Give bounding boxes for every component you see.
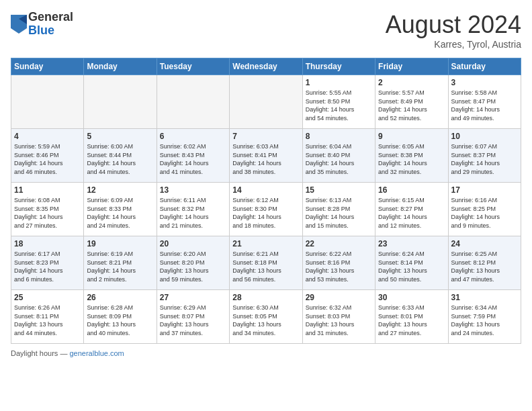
day-info: Sunrise: 6:09 AMSunset: 8:33 PMDaylight:… — [87, 196, 153, 230]
day-info: Sunrise: 6:17 AMSunset: 8:23 PMDaylight:… — [14, 250, 81, 283]
day-number: 27 — [160, 293, 226, 302]
calendar-day: 30Sunrise: 6:33 AMSunset: 8:01 PMDayligh… — [375, 290, 448, 344]
day-number: 6 — [160, 132, 226, 141]
calendar-day: 1Sunrise: 5:55 AMSunset: 8:50 PMDaylight… — [302, 75, 375, 129]
day-number: 18 — [14, 239, 81, 248]
day-info: Sunrise: 6:19 AMSunset: 8:21 PMDaylight:… — [87, 250, 153, 283]
day-number: 14 — [232, 185, 299, 195]
day-number: 1 — [306, 78, 372, 87]
calendar-day: 28Sunrise: 6:30 AMSunset: 8:05 PMDayligh… — [230, 290, 302, 344]
calendar-day: 23Sunrise: 6:24 AMSunset: 8:14 PMDayligh… — [375, 236, 448, 290]
day-number: 23 — [378, 239, 445, 248]
day-number: 9 — [378, 132, 445, 141]
day-number: 22 — [306, 239, 372, 248]
footer-link[interactable]: generalblue.com — [69, 349, 124, 357]
day-info: Sunrise: 5:57 AMSunset: 8:49 PMDaylight:… — [378, 89, 445, 122]
day-header-monday: Monday — [84, 58, 157, 75]
calendar-day — [157, 75, 229, 129]
day-number: 21 — [232, 239, 299, 248]
day-info: Sunrise: 6:32 AMSunset: 8:03 PMDaylight:… — [306, 304, 372, 337]
logo-general-text: General — [28, 10, 73, 24]
week-row-3: 11Sunrise: 6:08 AMSunset: 8:35 PMDayligh… — [11, 183, 521, 236]
calendar-day: 11Sunrise: 6:08 AMSunset: 8:35 PMDayligh… — [11, 183, 84, 236]
day-info: Sunrise: 6:15 AMSunset: 8:27 PMDaylight:… — [378, 196, 445, 230]
day-number: 17 — [451, 185, 518, 195]
day-info: Sunrise: 6:05 AMSunset: 8:38 PMDaylight:… — [378, 142, 445, 176]
day-number: 4 — [14, 132, 81, 141]
day-info: Sunrise: 6:30 AMSunset: 8:05 PMDaylight:… — [232, 304, 299, 337]
calendar-day: 12Sunrise: 6:09 AMSunset: 8:33 PMDayligh… — [84, 183, 157, 236]
day-info: Sunrise: 6:29 AMSunset: 8:07 PMDaylight:… — [160, 304, 226, 337]
week-row-1: 1Sunrise: 5:55 AMSunset: 8:50 PMDaylight… — [11, 75, 521, 129]
day-number: 11 — [14, 185, 81, 195]
calendar-day: 7Sunrise: 6:03 AMSunset: 8:41 PMDaylight… — [230, 129, 302, 183]
day-info: Sunrise: 6:24 AMSunset: 8:14 PMDaylight:… — [378, 250, 445, 283]
calendar-day: 2Sunrise: 5:57 AMSunset: 8:49 PMDaylight… — [375, 75, 448, 129]
calendar-day: 31Sunrise: 6:34 AMSunset: 7:59 PMDayligh… — [448, 290, 521, 344]
logo-blue-text: Blue — [28, 24, 54, 37]
day-number: 5 — [87, 132, 153, 141]
day-header-tuesday: Tuesday — [157, 58, 229, 75]
day-number: 13 — [160, 185, 226, 195]
calendar-day: 21Sunrise: 6:21 AMSunset: 8:18 PMDayligh… — [230, 236, 302, 290]
calendar-day: 6Sunrise: 6:02 AMSunset: 8:43 PMDaylight… — [157, 129, 229, 183]
header: General Blue August 2024 Karres, Tyrol, … — [11, 11, 521, 50]
day-header-sunday: Sunday — [11, 58, 84, 75]
day-info: Sunrise: 6:02 AMSunset: 8:43 PMDaylight:… — [160, 142, 226, 176]
day-info: Sunrise: 6:21 AMSunset: 8:18 PMDaylight:… — [232, 250, 299, 283]
calendar-day: 17Sunrise: 6:16 AMSunset: 8:25 PMDayligh… — [448, 183, 521, 236]
calendar-day: 18Sunrise: 6:17 AMSunset: 8:23 PMDayligh… — [11, 236, 84, 290]
day-info: Sunrise: 6:12 AMSunset: 8:30 PMDaylight:… — [232, 196, 299, 230]
day-header-friday: Friday — [375, 58, 448, 75]
calendar-table: SundayMondayTuesdayWednesdayThursdayFrid… — [11, 58, 521, 344]
calendar-day: 25Sunrise: 6:26 AMSunset: 8:11 PMDayligh… — [11, 290, 84, 344]
day-info: Sunrise: 6:22 AMSunset: 8:16 PMDaylight:… — [306, 250, 372, 283]
day-number: 8 — [306, 132, 372, 141]
day-number: 25 — [14, 293, 81, 302]
day-info: Sunrise: 6:20 AMSunset: 8:20 PMDaylight:… — [160, 250, 226, 283]
calendar-day: 10Sunrise: 6:07 AMSunset: 8:37 PMDayligh… — [448, 129, 521, 183]
calendar-day — [84, 75, 157, 129]
footer-note: Daylight hours — generalblue.com — [11, 349, 521, 357]
day-number: 10 — [451, 132, 518, 141]
week-row-5: 25Sunrise: 6:26 AMSunset: 8:11 PMDayligh… — [11, 290, 521, 344]
day-number: 19 — [87, 239, 153, 248]
day-header-thursday: Thursday — [302, 58, 375, 75]
day-number: 20 — [160, 239, 226, 248]
footer-text: Daylight hours — [11, 349, 58, 357]
day-header-wednesday: Wednesday — [230, 58, 302, 75]
day-info: Sunrise: 6:13 AMSunset: 8:28 PMDaylight:… — [306, 196, 372, 230]
calendar-day: 5Sunrise: 6:00 AMSunset: 8:44 PMDaylight… — [84, 129, 157, 183]
calendar-day: 9Sunrise: 6:05 AMSunset: 8:38 PMDaylight… — [375, 129, 448, 183]
calendar-day: 22Sunrise: 6:22 AMSunset: 8:16 PMDayligh… — [302, 236, 375, 290]
day-info: Sunrise: 6:25 AMSunset: 8:12 PMDaylight:… — [451, 250, 518, 283]
day-header-saturday: Saturday — [448, 58, 521, 75]
day-info: Sunrise: 6:34 AMSunset: 7:59 PMDaylight:… — [451, 304, 518, 337]
calendar-day: 29Sunrise: 6:32 AMSunset: 8:03 PMDayligh… — [302, 290, 375, 344]
calendar-day: 24Sunrise: 6:25 AMSunset: 8:12 PMDayligh… — [448, 236, 521, 290]
calendar-day: 4Sunrise: 5:59 AMSunset: 8:46 PMDaylight… — [11, 129, 84, 183]
day-number: 31 — [451, 293, 518, 302]
day-number: 12 — [87, 185, 153, 195]
day-info: Sunrise: 6:33 AMSunset: 8:01 PMDaylight:… — [378, 304, 445, 337]
calendar-day — [230, 75, 302, 129]
calendar-day: 19Sunrise: 6:19 AMSunset: 8:21 PMDayligh… — [84, 236, 157, 290]
calendar-day — [11, 75, 84, 129]
day-info: Sunrise: 6:00 AMSunset: 8:44 PMDaylight:… — [87, 142, 153, 176]
week-row-2: 4Sunrise: 5:59 AMSunset: 8:46 PMDaylight… — [11, 129, 521, 183]
day-number: 2 — [378, 78, 445, 87]
day-number: 26 — [87, 293, 153, 302]
day-info: Sunrise: 5:55 AMSunset: 8:50 PMDaylight:… — [306, 89, 372, 122]
day-number: 30 — [378, 293, 445, 302]
day-number: 7 — [232, 132, 299, 141]
day-number: 29 — [306, 293, 372, 302]
calendar-day: 27Sunrise: 6:29 AMSunset: 8:07 PMDayligh… — [157, 290, 229, 344]
calendar-day: 15Sunrise: 6:13 AMSunset: 8:28 PMDayligh… — [302, 183, 375, 236]
calendar-day: 13Sunrise: 6:11 AMSunset: 8:32 PMDayligh… — [157, 183, 229, 236]
day-info: Sunrise: 6:07 AMSunset: 8:37 PMDaylight:… — [451, 142, 518, 176]
calendar-day: 3Sunrise: 5:58 AMSunset: 8:47 PMDaylight… — [448, 75, 521, 129]
day-info: Sunrise: 6:11 AMSunset: 8:32 PMDaylight:… — [160, 196, 226, 230]
day-number: 16 — [378, 185, 445, 195]
calendar-day: 8Sunrise: 6:04 AMSunset: 8:40 PMDaylight… — [302, 129, 375, 183]
day-info: Sunrise: 6:03 AMSunset: 8:41 PMDaylight:… — [232, 142, 299, 176]
